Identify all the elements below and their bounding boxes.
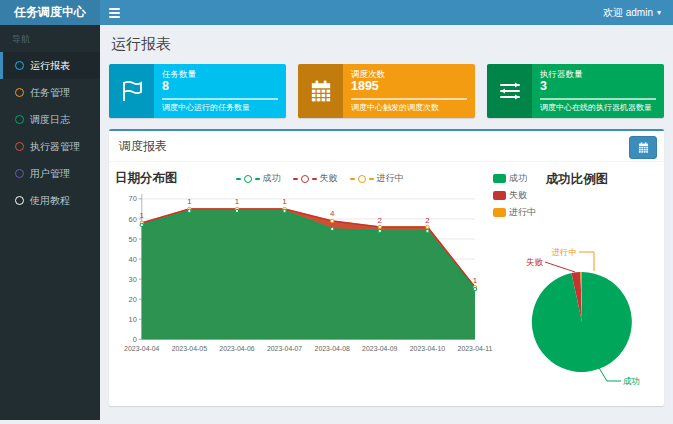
top-navbar: 任务调度中心 欢迎 admin ▾	[0, 0, 673, 25]
legend-square-icon	[493, 208, 506, 217]
svg-text:2: 2	[425, 216, 429, 225]
legend-line-icon	[236, 178, 241, 180]
svg-text:1: 1	[473, 276, 478, 285]
legend-item-success[interactable]: 成功	[236, 172, 281, 185]
pie-chart: 进行中失败成功	[487, 202, 667, 398]
svg-text:30: 30	[129, 275, 137, 284]
calendar-icon	[298, 64, 343, 118]
stat-card-jobs: 任务数量 8 调度中心运行的任务数量	[109, 64, 286, 118]
stat-card-triggers: 调度次数 1895 调度中心触发的调度次数	[298, 64, 475, 118]
main-content: 运行报表 任务数量 8 调度中心运行的任务数量	[100, 25, 673, 424]
svg-text:1: 1	[235, 197, 240, 206]
hamburger-icon	[109, 8, 120, 10]
divider	[351, 98, 467, 100]
svg-text:40: 40	[129, 255, 137, 264]
flag-icon	[109, 64, 154, 118]
legend-square-icon	[493, 191, 506, 200]
chevron-down-icon: ▾	[657, 9, 661, 17]
sidebar-section-label: 导航	[0, 25, 100, 52]
area-chart-title: 日期分布图	[115, 170, 178, 187]
svg-text:进行中: 进行中	[552, 247, 578, 257]
svg-text:2023-04-04: 2023-04-04	[124, 345, 159, 352]
sidebar-item-label: 执行器管理	[30, 140, 80, 154]
stat-card-description: 调度中心运行的任务数量	[162, 103, 278, 113]
legend-item-fail[interactable]: 失败	[493, 189, 536, 202]
stat-card-label: 调度次数	[351, 69, 467, 79]
stat-cards-row: 任务数量 8 调度中心运行的任务数量	[109, 64, 664, 118]
stat-card-value: 8	[162, 79, 278, 95]
svg-text:0: 0	[133, 335, 137, 344]
svg-text:2023-04-05: 2023-04-05	[172, 345, 207, 352]
date-distribution-chart: 日期分布图 成功 失败 进行中	[115, 166, 487, 398]
svg-text:4: 4	[330, 209, 335, 218]
hamburger-icon	[109, 12, 120, 14]
legend-ring-icon	[358, 175, 366, 183]
svg-text:2023-04-10: 2023-04-10	[410, 345, 445, 352]
svg-text:50: 50	[129, 235, 137, 244]
svg-text:1: 1	[140, 211, 145, 220]
date-filter-button[interactable]	[629, 136, 657, 159]
sidebar-item-label: 运行报表	[30, 59, 70, 73]
sidebar-item-job-log[interactable]: 调度日志	[0, 106, 100, 133]
sidebar-item-user-manage[interactable]: 用户管理	[0, 160, 100, 187]
circle-icon	[15, 142, 24, 151]
legend-item-running[interactable]: 进行中	[350, 172, 404, 185]
circle-icon	[15, 88, 24, 97]
success-ratio-chart: 成功 失败 进行中 成功比例图 进行中失败成功	[487, 166, 667, 398]
sliders-icon	[487, 64, 532, 118]
svg-text:2: 2	[378, 216, 382, 225]
sidebar-item-label: 任务管理	[30, 86, 70, 100]
sidebar-item-executor-manage[interactable]: 执行器管理	[0, 133, 100, 160]
calendar-icon	[638, 142, 649, 153]
sidebar-toggle-button[interactable]	[100, 0, 128, 25]
stacked-area-chart: 010203040506070111142212023-04-042023-04…	[115, 189, 483, 365]
pie-chart-legend: 成功 失败 进行中	[493, 172, 536, 219]
legend-item-success[interactable]: 成功	[493, 172, 536, 185]
circle-icon	[15, 115, 24, 124]
stat-card-value: 1895	[351, 79, 467, 95]
stat-card-description: 调度中心触发的调度次数	[351, 103, 467, 113]
legend-item-running[interactable]: 进行中	[493, 206, 536, 219]
legend-line-icon	[293, 178, 298, 180]
stat-card-label: 执行器数量	[540, 69, 656, 79]
svg-text:70: 70	[129, 194, 137, 203]
divider	[540, 98, 656, 100]
stat-card-description: 调度中心在线的执行器机器数量	[540, 103, 656, 113]
svg-text:60: 60	[129, 215, 137, 224]
sidebar-item-label: 使用教程	[30, 194, 70, 208]
legend-square-icon	[493, 174, 506, 183]
sidebar-item-job-manage[interactable]: 任务管理	[0, 79, 100, 106]
svg-text:2023-04-08: 2023-04-08	[315, 345, 350, 352]
stat-card-value: 3	[540, 79, 656, 95]
app-logo[interactable]: 任务调度中心	[0, 0, 100, 25]
svg-text:1: 1	[187, 197, 192, 206]
schedule-report-panel: 调度报表 日期分布图	[109, 129, 664, 406]
svg-text:10: 10	[129, 315, 137, 324]
sidebar: 导航 运行报表 任务管理 调度日志 执行器管理 用户管理 使用教程	[0, 25, 100, 420]
svg-text:20: 20	[129, 295, 137, 304]
svg-text:2023-04-09: 2023-04-09	[362, 345, 397, 352]
welcome-label: 欢迎 admin	[603, 6, 653, 20]
circle-icon	[15, 61, 24, 70]
legend-line-icon	[350, 178, 355, 180]
svg-text:成功: 成功	[623, 376, 640, 386]
page-title: 运行报表	[111, 35, 664, 54]
legend-ring-icon	[244, 175, 252, 183]
sidebar-item-run-report[interactable]: 运行报表	[0, 52, 100, 79]
hamburger-icon	[109, 16, 120, 18]
legend-item-fail[interactable]: 失败	[293, 172, 338, 185]
circle-icon	[15, 169, 24, 178]
sidebar-item-tutorial[interactable]: 使用教程	[0, 187, 100, 214]
svg-text:1: 1	[282, 197, 287, 206]
divider	[162, 98, 278, 100]
stat-card-label: 任务数量	[162, 69, 278, 79]
svg-text:失败: 失败	[526, 257, 544, 267]
circle-icon	[15, 196, 24, 205]
user-menu[interactable]: 欢迎 admin ▾	[603, 0, 673, 25]
sidebar-item-label: 调度日志	[30, 113, 70, 127]
area-chart-legend: 成功 失败 进行中	[236, 172, 404, 185]
svg-text:2023-04-07: 2023-04-07	[267, 345, 302, 352]
panel-title: 调度报表	[109, 131, 664, 162]
sidebar-item-label: 用户管理	[30, 167, 70, 181]
legend-ring-icon	[301, 175, 309, 183]
